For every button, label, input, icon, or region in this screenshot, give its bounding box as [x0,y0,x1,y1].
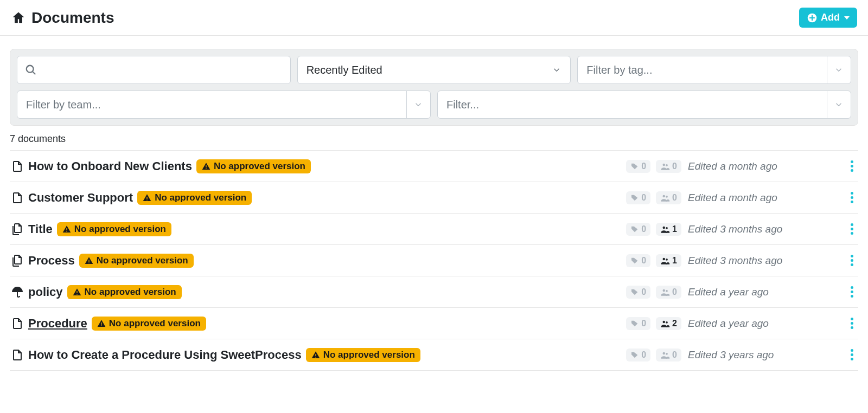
tag-count: 0 [641,350,646,360]
svg-point-10 [666,195,668,197]
no-approved-badge: No approved version [67,285,182,299]
svg-point-29 [663,352,666,354]
document-title[interactable]: policy [28,285,63,299]
document-row[interactable]: How to Create a Procedure Using SweetPro… [10,339,858,371]
tag-count-pill[interactable]: 0 [626,317,650,330]
row-menu-button[interactable] [846,158,857,174]
file-icon [11,317,24,330]
team-count: 0 [672,193,677,203]
edited-time: Edited 3 years ago [688,349,840,361]
team-filter[interactable]: Filter by team... [17,91,431,119]
document-main: ProcessNo approved version [11,254,610,268]
row-menu-button[interactable] [846,315,857,331]
tag-filter[interactable]: Filter by tag... [577,56,851,84]
badge-text: No approved version [323,350,415,360]
document-row[interactable]: How to Onboard New ClientsNo approved ve… [10,150,858,182]
warning-icon [202,162,210,171]
team-count-pill[interactable]: 0 [656,160,681,173]
document-title[interactable]: Process [28,254,75,268]
warning-icon [97,319,106,328]
tag-count-pill[interactable]: 0 [626,191,650,204]
edited-time: Edited a month ago [688,160,840,172]
home-icon [11,10,26,25]
team-count-pill[interactable]: 0 [656,349,681,362]
svg-rect-28 [315,357,316,357]
file-icon [11,191,24,204]
team-count-pill[interactable]: 2 [656,317,681,330]
plus-circle-icon [807,12,818,23]
svg-rect-4 [206,168,206,169]
umbrella-icon [11,286,24,299]
chevron-down-icon [827,91,851,118]
svg-rect-24 [101,325,101,326]
svg-point-25 [663,320,666,323]
team-count-pill[interactable]: 1 [656,254,681,267]
tag-count: 0 [641,256,646,266]
search-input-wrap[interactable] [17,56,291,84]
svg-rect-20 [76,294,77,294]
svg-rect-27 [315,354,316,356]
no-approved-badge: No approved version [196,159,311,173]
generic-filter[interactable]: Filter... [437,91,851,119]
document-row[interactable]: TitleNo approved version01Edited 3 month… [10,214,858,245]
team-count: 1 [672,224,677,234]
tag-filter-label: Filter by tag... [578,56,827,83]
team-icon [660,287,670,297]
row-menu-button[interactable] [846,347,857,363]
svg-point-1 [27,66,34,73]
row-menu-button[interactable] [846,284,857,300]
team-count: 1 [672,256,677,266]
document-title[interactable]: How to Create a Procedure Using SweetPro… [28,348,302,362]
tag-count-pill[interactable]: 0 [626,286,650,299]
no-approved-badge: No approved version [57,222,171,236]
sort-select[interactable]: Recently Edited [297,56,571,84]
tag-count-pill[interactable]: 0 [626,254,650,267]
svg-line-2 [33,72,35,74]
files-icon [11,254,24,267]
document-main: How to Create a Procedure Using SweetPro… [11,348,610,362]
tag-icon [630,351,639,359]
sort-select-label: Recently Edited [307,64,382,76]
document-row[interactable]: Customer SupportNo approved version00Edi… [10,182,858,214]
document-title[interactable]: Customer Support [28,191,133,205]
svg-point-26 [666,321,668,323]
no-approved-badge: No approved version [137,191,252,205]
document-stats: 01 [616,254,681,267]
add-button-label: Add [821,12,840,23]
row-menu-button[interactable] [846,190,857,205]
warning-icon [62,225,71,234]
svg-rect-16 [88,262,89,263]
team-count-pill[interactable]: 1 [656,223,681,236]
tag-count: 0 [641,162,646,171]
team-icon [660,319,670,328]
team-count-pill[interactable]: 0 [656,286,681,299]
row-menu-button[interactable] [846,221,857,237]
tag-count-pill[interactable]: 0 [626,160,650,173]
filter-panel: Recently Edited Filter by tag... Filter … [10,49,858,126]
tag-count: 0 [641,287,646,297]
team-count: 0 [672,287,677,297]
caret-down-icon [844,16,850,20]
row-menu-button[interactable] [846,253,857,268]
document-title[interactable]: Procedure [28,317,87,331]
search-input[interactable] [17,56,290,83]
document-count: 7 documents [0,133,868,150]
document-row[interactable]: ProcedureNo approved version02Edited a y… [10,308,858,339]
svg-rect-19 [76,291,77,293]
tag-icon [630,256,639,265]
svg-point-6 [666,164,668,166]
tag-icon [630,288,639,296]
add-button[interactable]: Add [799,8,857,28]
document-row[interactable]: policyNo approved version00Edited a year… [10,276,858,308]
tag-count-pill[interactable]: 0 [626,223,650,236]
svg-point-9 [663,195,666,197]
document-title[interactable]: How to Onboard New Clients [28,159,192,173]
no-approved-badge: No approved version [79,254,194,268]
svg-rect-15 [88,260,89,262]
team-count-pill[interactable]: 0 [656,191,681,204]
document-title[interactable]: Title [28,222,53,236]
document-stats: 00 [616,349,681,362]
tag-count-pill[interactable]: 0 [626,349,650,362]
document-main: ProcedureNo approved version [11,317,610,331]
document-row[interactable]: ProcessNo approved version01Edited 3 mon… [10,245,858,276]
